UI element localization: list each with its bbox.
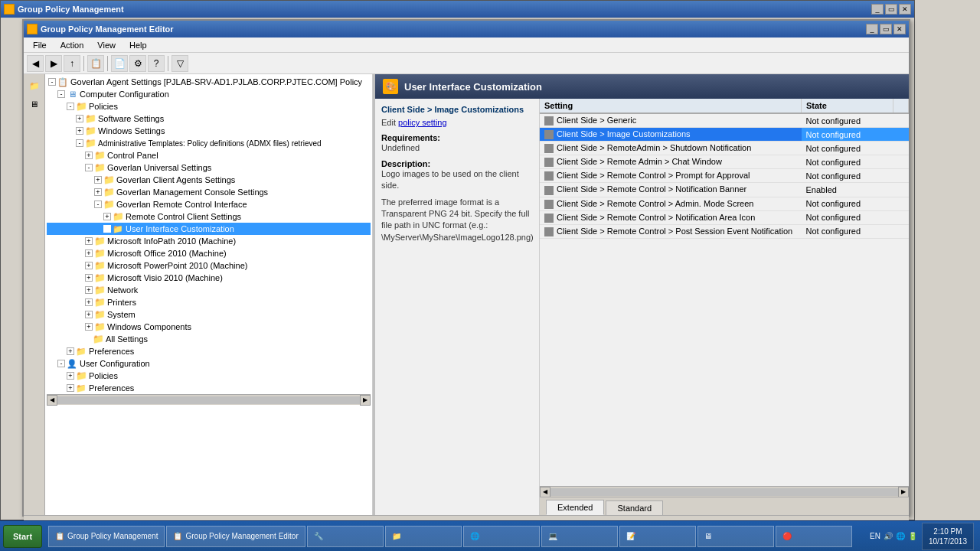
- tree-item-printers[interactable]: + 📁 Printers: [47, 296, 371, 308]
- tree-expand-uic[interactable]: +: [103, 225, 111, 233]
- tb-show-hide-btn[interactable]: 📋: [87, 55, 104, 72]
- table-row[interactable]: Client Side > Generic Not configured: [540, 113, 909, 128]
- sidebar-icon-1[interactable]: 📁: [26, 77, 43, 94]
- menu-view[interactable]: View: [91, 40, 122, 51]
- tree-item-grci[interactable]: - 📁 Goverlan Remote Control Interface: [47, 198, 371, 210]
- table-row[interactable]: Client Side > Image Customizations Not c…: [540, 128, 909, 142]
- tree-item-control-panel[interactable]: + 📁 Control Panel: [47, 149, 371, 161]
- sidebar-icon-2[interactable]: 🖥: [26, 96, 43, 112]
- tree-expand-rccs[interactable]: +: [103, 213, 111, 220]
- table-row[interactable]: Client Side > Remote Control > Prompt fo…: [540, 169, 909, 183]
- table-row[interactable]: Client Side > Remote Admin > Chat Window…: [540, 155, 909, 169]
- taskbar-item-explorer[interactable]: 📁: [385, 526, 462, 547]
- tree-item-system[interactable]: + 📁 System: [47, 308, 371, 321]
- table-scroll-left[interactable]: ◀: [540, 487, 550, 497]
- taskbar-item-gpe[interactable]: 📋 Group Policy Management Editor: [166, 526, 305, 547]
- tb-help-btn[interactable]: ?: [148, 55, 165, 72]
- tree-item-gmcs[interactable]: + 📁 Goverlan Management Console Settings: [47, 186, 371, 198]
- taskbar-item-server[interactable]: 🖥: [697, 526, 774, 547]
- tree-expand-net[interactable]: +: [85, 286, 93, 294]
- tb-back-btn[interactable]: ◀: [27, 55, 44, 72]
- table-scroll-right[interactable]: ▶: [898, 487, 909, 497]
- tree-item-visio[interactable]: + 📁 Microsoft Visio 2010 (Machine): [47, 272, 371, 284]
- taskbar-item-tools[interactable]: 🔧: [307, 526, 384, 547]
- table-row[interactable]: Client Side > Remote Control > Notificat…: [540, 210, 909, 224]
- tree-item-wincomp[interactable]: + 📁 Windows Components: [47, 321, 371, 333]
- menu-help[interactable]: Help: [123, 40, 153, 51]
- tree-scroll-left[interactable]: ◀: [47, 395, 57, 406]
- tb-settings-btn[interactable]: ⚙: [129, 55, 146, 72]
- tree-expand-at[interactable]: -: [76, 139, 83, 147]
- tree-panel[interactable]: - 📋 Goverlan Agent Settings [PJLAB-SRV-A…: [45, 74, 373, 515]
- taskbar-item-ie[interactable]: 🌐: [463, 526, 540, 547]
- tree-item-user-config[interactable]: - 👤 User Configuration: [47, 357, 371, 370]
- col-setting[interactable]: Setting: [540, 99, 802, 113]
- table-row[interactable]: Client Side > Remote Control > Notificat…: [540, 183, 909, 197]
- tree-expand-off[interactable]: +: [85, 249, 93, 257]
- tree-item-network[interactable]: + 📁 Network: [47, 284, 371, 296]
- tree-item-policies[interactable]: - 📁 Policies: [47, 100, 371, 112]
- tree-expand-cc[interactable]: -: [57, 90, 65, 98]
- table-row[interactable]: Client Side > Remote Control > Admin. Mo…: [540, 197, 909, 210]
- tree-item-ppt[interactable]: + 📁 Microsoft PowerPoint 2010 (Machine): [47, 259, 371, 272]
- outer-minimize-btn[interactable]: _: [871, 4, 884, 15]
- tree-expand-print[interactable]: +: [85, 298, 93, 306]
- inner-minimize-btn[interactable]: _: [866, 24, 878, 34]
- tree-item-rccs[interactable]: + 📁 Remote Control Client Settings: [47, 210, 371, 223]
- menu-action[interactable]: Action: [54, 40, 90, 51]
- tree-expand-prefs-uc[interactable]: +: [67, 384, 74, 392]
- tree-expand-prefs-cc[interactable]: +: [67, 347, 74, 355]
- menu-file[interactable]: File: [27, 40, 53, 51]
- taskbar-item-cmd[interactable]: 💻: [541, 526, 618, 547]
- tree-scroll-right[interactable]: ▶: [360, 395, 371, 406]
- tree-item-software[interactable]: + 📁 Software Settings: [47, 112, 371, 125]
- tree-expand-uc[interactable]: -: [57, 360, 65, 367]
- tree-expand-policies[interactable]: -: [67, 103, 74, 110]
- clock[interactable]: 2:10 PM 10/17/2013: [922, 523, 974, 550]
- taskbar-item-ps[interactable]: 📝: [619, 526, 696, 547]
- inner-restore-btn[interactable]: ▭: [880, 24, 892, 34]
- tab-standard[interactable]: Standard: [606, 500, 663, 515]
- taskbar-item-active[interactable]: 🔴: [776, 526, 852, 547]
- tree-item-root[interactable]: - 📋 Goverlan Agent Settings [PJLAB-SRV-A…: [47, 76, 371, 88]
- tree-item-prefs-cc[interactable]: + 📁 Preferences: [47, 345, 371, 357]
- tree-item-prefs-uc[interactable]: + 📁 Preferences: [47, 382, 371, 394]
- tree-item-gcas[interactable]: + 📁 Goverlan Client Agents Settings: [47, 174, 371, 186]
- outer-close-btn[interactable]: ✕: [899, 4, 911, 15]
- tree-expand-wc[interactable]: +: [85, 323, 93, 331]
- tb-new-btn[interactable]: 📄: [111, 55, 128, 72]
- inner-close-btn[interactable]: ✕: [893, 24, 906, 34]
- tree-expand-cp[interactable]: +: [85, 152, 93, 159]
- tree-item-computer-config[interactable]: - 🖥 Computer Configuration: [47, 88, 371, 100]
- start-button[interactable]: Start: [3, 525, 42, 548]
- tree-expand-gus[interactable]: -: [85, 164, 93, 171]
- tree-item-infopath[interactable]: + 📁 Microsoft InfoPath 2010 (Machine): [47, 235, 371, 247]
- tree-expand-grci[interactable]: -: [94, 201, 102, 208]
- tree-expand-sys[interactable]: +: [85, 311, 93, 318]
- tree-expand-gcas[interactable]: +: [94, 176, 102, 184]
- tree-expand-ip[interactable]: +: [85, 237, 93, 245]
- tree-item-office[interactable]: + 📁 Microsoft Office 2010 (Machine): [47, 247, 371, 259]
- tree-expand-gmcs[interactable]: +: [94, 188, 102, 196]
- tree-item-policies-uc[interactable]: + 📁 Policies: [47, 370, 371, 382]
- tree-expand-visio[interactable]: +: [85, 274, 93, 282]
- tb-forward-btn[interactable]: ▶: [45, 55, 62, 72]
- tb-up-btn[interactable]: ↑: [64, 55, 80, 72]
- table-row[interactable]: Client Side > Remote Control > Post Sess…: [540, 224, 909, 238]
- tree-expand-ppt[interactable]: +: [85, 262, 93, 269]
- detail-edit-link[interactable]: policy setting: [398, 118, 447, 127]
- tree-item-gus[interactable]: - 📁 Goverlan Universal Settings: [47, 161, 371, 174]
- col-state[interactable]: State: [802, 99, 893, 113]
- tree-expand-ws[interactable]: +: [76, 127, 83, 135]
- tree-expand-software[interactable]: +: [76, 115, 83, 122]
- tree-item-windows-settings[interactable]: + 📁 Windows Settings: [47, 125, 371, 137]
- tree-expand-root[interactable]: -: [48, 78, 56, 86]
- tree-item-all-settings[interactable]: 📁 All Settings: [47, 333, 371, 345]
- tb-filter-btn[interactable]: ▽: [172, 55, 188, 72]
- outer-restore-btn[interactable]: ▭: [885, 4, 897, 15]
- table-row[interactable]: Client Side > RemoteAdmin > Shutdown Not…: [540, 142, 909, 155]
- tree-item-uic[interactable]: + 📁 User Interface Customization: [47, 223, 371, 235]
- tree-item-admin-templates[interactable]: - 📁 Administrative Templates: Policy def…: [47, 137, 371, 149]
- taskbar-item-gpm[interactable]: 📋 Group Policy Management: [48, 526, 165, 547]
- tab-extended[interactable]: Extended: [546, 500, 604, 515]
